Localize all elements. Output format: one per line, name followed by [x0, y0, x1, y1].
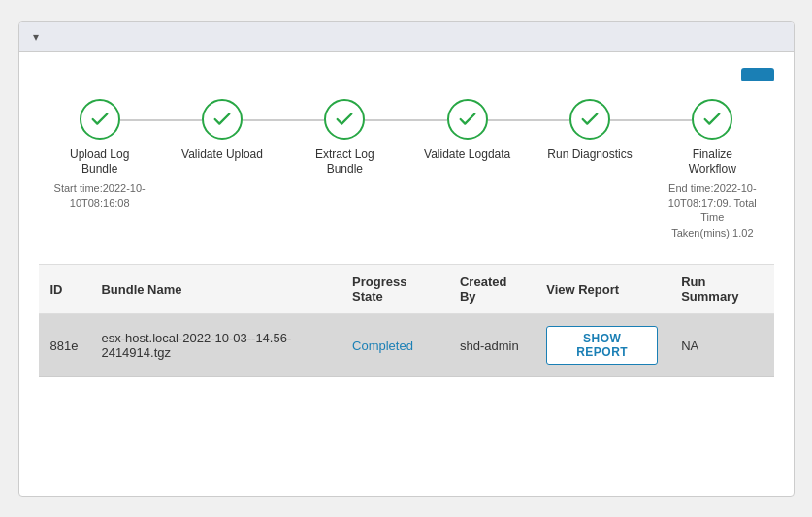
col-header-created_by: Created By: [448, 265, 535, 314]
step-circle-finalize-workflow: [692, 99, 732, 140]
refresh-tasks-button[interactable]: [741, 68, 774, 81]
step-circle-run-diagnostics: [569, 99, 610, 140]
step-subtext-finalize-workflow: End time:2022-10-10T08:17:09. Total Time…: [659, 181, 765, 242]
workflow-step-validate-logdata: Validate Logdata: [406, 99, 529, 163]
cell-created-by: shd-admin: [448, 314, 535, 377]
workflow-step-run-diagnostics: Run Diagnostics: [529, 99, 651, 163]
col-header-bundle_name: Bundle Name: [89, 265, 341, 314]
col-header-progress_state: Progress State: [341, 265, 448, 314]
tasks-card: ▾ Upload Log BundleStart time:2022-10-10…: [18, 21, 795, 497]
collapse-icon[interactable]: ▾: [33, 30, 39, 44]
toolbar: [39, 68, 774, 81]
step-circle-upload-log-bundle: [80, 99, 120, 140]
cell-id: 881e: [39, 314, 90, 377]
workflow-steps: Upload Log BundleStart time:2022-10-10T0…: [39, 99, 774, 242]
workflow-step-validate-upload: Validate Upload: [161, 99, 283, 163]
show-report-button[interactable]: SHOW REPORT: [546, 326, 658, 365]
cell-run-summary: NA: [669, 314, 773, 377]
cell-view-report: SHOW REPORT: [535, 314, 669, 377]
step-circle-extract-log-bundle: [324, 99, 365, 140]
cell-bundle-name: esx-host.local-2022-10-03--14.56-2414914…: [89, 314, 341, 377]
col-header-run_summary: Run Summary: [669, 265, 773, 314]
step-label-validate-logdata: Validate Logdata: [424, 147, 510, 163]
step-circle-validate-logdata: [447, 99, 488, 140]
card-body: Upload Log BundleStart time:2022-10-10T0…: [19, 52, 794, 394]
step-subtext-upload-log-bundle: Start time:2022-10-10T08:16:08: [47, 181, 153, 211]
step-label-extract-log-bundle: Extract Log Bundle: [301, 147, 388, 178]
workflow-step-extract-log-bundle: Extract Log Bundle: [283, 99, 406, 178]
step-label-run-diagnostics: Run Diagnostics: [547, 147, 632, 163]
col-header-id: ID: [39, 265, 90, 314]
step-label-upload-log-bundle: Upload Log Bundle: [56, 147, 144, 178]
cell-progress-state: Completed: [341, 314, 448, 377]
workflow-step-finalize-workflow: Finalize WorkflowEnd time:2022-10-10T08:…: [651, 99, 773, 242]
table-header: IDBundle NameProgress StateCreated ByVie…: [39, 265, 774, 314]
step-circle-validate-upload: [202, 99, 243, 140]
workflow-step-upload-log-bundle: Upload Log BundleStart time:2022-10-10T0…: [39, 99, 161, 211]
card-header: ▾: [19, 22, 794, 52]
step-label-validate-upload: Validate Upload: [181, 147, 263, 163]
col-header-view_report: View Report: [535, 265, 669, 314]
tasks-table: IDBundle NameProgress StateCreated ByVie…: [39, 264, 774, 377]
table-row: 881eesx-host.local-2022-10-03--14.56-241…: [39, 314, 774, 377]
step-label-finalize-workflow: Finalize Workflow: [668, 147, 756, 178]
